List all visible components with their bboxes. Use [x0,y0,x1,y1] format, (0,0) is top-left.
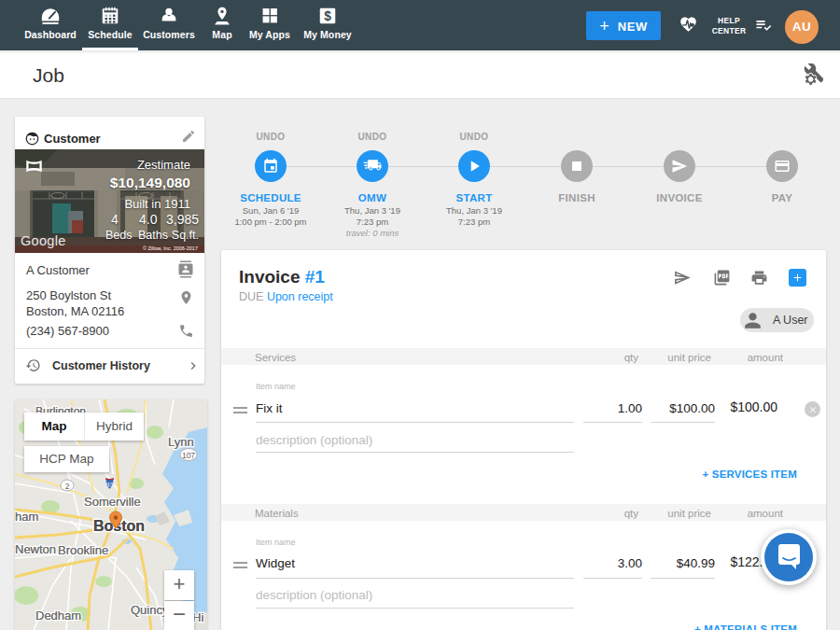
svg-text:107: 107 [182,451,195,460]
svg-text:Somerville: Somerville [84,495,141,509]
svg-text:2: 2 [65,482,70,491]
svg-text:Lynn: Lynn [168,435,194,449]
svg-text:Brookline: Brookline [58,543,108,557]
svg-text:Dedham: Dedham [35,609,81,623]
svg-text:$: $ [324,9,331,23]
svg-text:93: 93 [106,482,114,488]
svg-text:Quincy: Quincy [131,603,169,617]
svg-text:ham: ham [15,510,38,524]
svg-text:Newton: Newton [15,542,56,556]
